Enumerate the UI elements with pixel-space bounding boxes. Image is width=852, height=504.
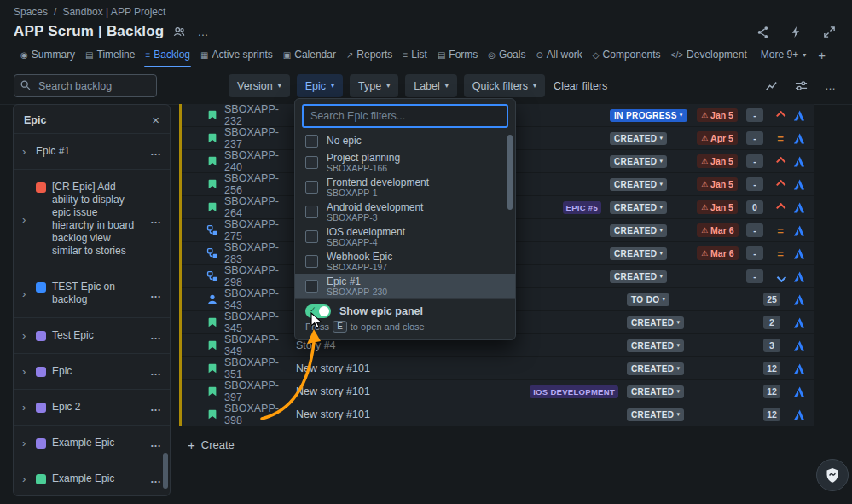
epic-more-actions-icon[interactable]: … — [148, 365, 163, 378]
estimate-badge[interactable]: - — [746, 246, 763, 260]
filter-type[interactable]: Type ▾ — [350, 74, 398, 97]
status-badge[interactable]: TO DO▾ — [627, 293, 669, 306]
assignee-avatar[interactable] — [789, 224, 808, 237]
epic-filter-option-sboxapp-197[interactable]: Webhook Epic SBOXAPP-197 — [295, 249, 515, 274]
epic-filter-option-sboxapp-1[interactable]: Frontend development SBOXAPP-1 — [295, 175, 515, 200]
status-badge[interactable]: CREATED▾ — [610, 224, 667, 237]
tab-summary[interactable]: ◉ Summary ▾ — [15, 44, 80, 67]
insights-chart-icon[interactable] — [762, 77, 780, 95]
estimate-badge[interactable]: - — [746, 131, 763, 145]
epic-more-actions-icon[interactable]: … — [148, 472, 163, 485]
expand-chevron-icon[interactable]: › — [22, 437, 30, 449]
epic-item-test-epic[interactable]: › Test Epic … — [14, 317, 170, 353]
tab-goals[interactable]: ◎ Goals ▾ — [483, 44, 530, 67]
status-badge[interactable]: CREATED▾ — [610, 132, 667, 145]
estimate-badge[interactable]: 2 — [763, 316, 780, 329]
status-badge[interactable]: CREATED▾ — [627, 408, 684, 421]
breadcrumb-project[interactable]: Sandbox | APP Project — [62, 6, 165, 18]
scrollbar-thumb[interactable] — [163, 453, 168, 489]
tab-backlog[interactable]: ≡ Backlog ▾ — [140, 44, 195, 67]
search-backlog-input[interactable] — [14, 74, 157, 97]
estimate-badge[interactable]: 12 — [763, 385, 780, 398]
status-badge[interactable]: CREATED▾ — [627, 316, 684, 329]
tab-more-9[interactable]: More 9+ ▾ — [752, 44, 811, 67]
tab-calendar[interactable]: ▣ Calendar ▾ — [278, 44, 341, 67]
epic-more-actions-icon[interactable]: … — [148, 329, 163, 342]
backlog-row-sboxapp-351[interactable]: SBOXAPP-351 New story #101 CREATED▾ ⚠ 12… — [182, 357, 814, 379]
assignee-avatar[interactable] — [789, 385, 808, 398]
close-panel-icon[interactable]: × — [148, 113, 163, 127]
show-epic-panel-toggle[interactable]: ✓ — [305, 304, 331, 318]
estimate-badge[interactable]: 25 — [763, 293, 780, 306]
privacy-shield-button[interactable] — [816, 459, 849, 491]
epic-more-actions-icon[interactable]: … — [148, 401, 163, 414]
estimate-badge[interactable]: 3 — [763, 339, 780, 352]
tab-components[interactable]: ◇ Components ▾ — [588, 44, 666, 67]
filter-quick-filters[interactable]: Quick filters ▾ — [464, 74, 545, 97]
checkbox[interactable] — [305, 280, 318, 293]
status-badge[interactable]: CREATED▾ — [627, 385, 684, 398]
estimate-badge[interactable]: 12 — [763, 408, 780, 421]
scrollbar-thumb[interactable] — [507, 135, 513, 210]
assignee-avatar[interactable] — [789, 339, 808, 352]
estimate-badge[interactable]: - — [746, 154, 763, 168]
expand-chevron-icon[interactable]: › — [22, 401, 30, 414]
filter-label[interactable]: Label ▾ — [405, 74, 457, 97]
expand-chevron-icon[interactable]: › — [22, 329, 30, 342]
estimate-badge[interactable]: 0 — [746, 200, 763, 214]
estimate-badge[interactable]: - — [746, 177, 763, 191]
share-button[interactable] — [754, 23, 772, 41]
checkbox[interactable] — [305, 135, 318, 148]
assignee-avatar[interactable] — [789, 201, 808, 214]
clear-filters-button[interactable]: Clear filters — [548, 79, 612, 93]
checkbox[interactable] — [305, 206, 318, 218]
epic-more-actions-icon[interactable]: … — [148, 437, 163, 449]
checkbox[interactable] — [305, 156, 318, 169]
epic-filter-option-sboxapp-3[interactable]: Android development SBOXAPP-3 — [295, 200, 515, 224]
filter-version[interactable]: Version ▾ — [229, 74, 290, 97]
epic-item-test-epic-on-backlog[interactable]: › TEST Epic on backlog … — [14, 269, 170, 317]
tab-all-work[interactable]: ⊙ All work ▾ — [530, 44, 587, 67]
checkbox[interactable] — [305, 255, 318, 268]
assignee-avatar[interactable] — [789, 293, 808, 306]
status-badge[interactable]: CREATED▾ — [627, 362, 684, 375]
epic-filter-option-sboxapp-4[interactable]: iOS development SBOXAPP-4 — [295, 224, 515, 249]
toolbar-more-button[interactable]: … — [822, 78, 838, 94]
tab-active-sprints[interactable]: ▦ Active sprints ▾ — [195, 44, 278, 67]
epic-filter-option-sboxapp-166[interactable]: Project planning SBOXAPP-166 — [295, 150, 515, 175]
tab-development[interactable]: </> Development ▾ — [666, 44, 752, 67]
expand-chevron-icon[interactable]: › — [22, 365, 30, 378]
tab-reports[interactable]: ↗ Reports ▾ — [341, 44, 397, 67]
add-tab-button[interactable]: + — [811, 46, 832, 66]
backlog-row-sboxapp-398[interactable]: SBOXAPP-398 New story #101 CREATED▾ ⚠ 12… — [182, 403, 814, 426]
epic-item-epic-1[interactable]: › Epic #1 … — [14, 133, 170, 169]
status-badge[interactable]: CREATED▾ — [627, 339, 684, 352]
view-settings-icon[interactable] — [792, 77, 810, 95]
status-badge[interactable]: CREATED▾ — [610, 155, 667, 168]
checkbox[interactable] — [305, 230, 318, 243]
fullscreen-button[interactable] — [820, 23, 838, 41]
status-badge[interactable]: CREATED▾ — [610, 201, 667, 214]
epic-more-actions-icon[interactable]: … — [148, 287, 163, 300]
status-badge[interactable]: CREATED▾ — [610, 247, 667, 260]
expand-chevron-icon[interactable]: › — [22, 213, 30, 226]
estimate-badge[interactable]: - — [746, 108, 763, 122]
assignee-avatar[interactable] — [789, 178, 808, 191]
checkbox[interactable] — [305, 181, 318, 194]
epic-more-actions-icon[interactable]: … — [148, 145, 163, 158]
expand-chevron-icon[interactable]: › — [22, 472, 30, 485]
tab-timeline[interactable]: ▤ Timeline ▾ — [80, 44, 140, 67]
assignee-avatar[interactable] — [789, 316, 808, 329]
epic-item-cr-epic-add-ability-to-display-epic-issue-hierarchy-in-board-backlog-view-similar-to-stories[interactable]: › [CR Epic] Add ability to display epic … — [14, 169, 170, 269]
status-badge[interactable]: IN PROGRESS▾ — [610, 109, 687, 122]
status-badge[interactable]: CREATED▾ — [610, 270, 667, 283]
status-badge[interactable]: CREATED▾ — [610, 178, 667, 191]
assignee-avatar[interactable] — [789, 270, 808, 283]
epic-filter-search-input[interactable] — [302, 104, 508, 128]
backlog-row-sboxapp-397[interactable]: SBOXAPP-397 New story #101 IOS DEVELOPME… — [182, 380, 814, 403]
assignee-avatar[interactable] — [789, 362, 808, 375]
title-more-button[interactable]: … — [194, 24, 211, 40]
tab-forms[interactable]: ▤ Forms ▾ — [432, 44, 483, 67]
assignee-avatar[interactable] — [789, 408, 808, 421]
assignee-avatar[interactable] — [789, 155, 808, 168]
